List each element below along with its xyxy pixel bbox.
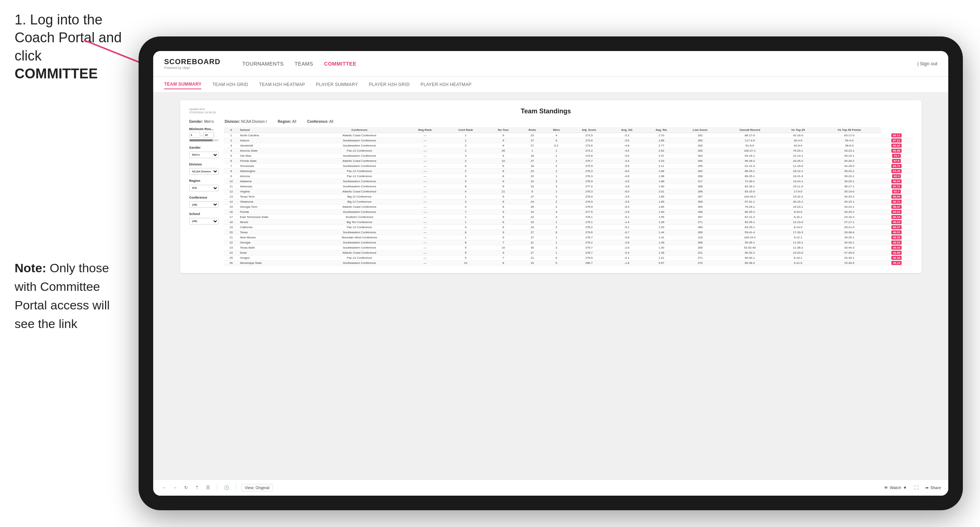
sign-out-link[interactable]: | Sign out xyxy=(917,61,937,66)
table-cell: 42.98 xyxy=(881,250,913,256)
table-cell: 30-15-1 xyxy=(778,199,818,205)
table-cell: 34-25-2 xyxy=(818,210,881,215)
table-cell: 0 xyxy=(544,260,568,266)
table-cell: 276.9 xyxy=(568,205,610,210)
table-cell: 2 xyxy=(544,205,568,210)
subnav-player-h2h-grid[interactable]: PLAYER H2H GRID xyxy=(369,80,410,89)
view-original-button[interactable]: View: Original xyxy=(242,484,273,491)
min-rounds-from-input[interactable] xyxy=(189,132,200,138)
table-cell: 2 xyxy=(544,194,568,199)
table-cell: North Carolina xyxy=(239,133,313,138)
table-row: 17East Tennessee StateSouthern Conferenc… xyxy=(224,215,913,220)
table-row: 19CaliforniaPac-12 Conference—48242278.2… xyxy=(224,225,913,230)
table-cell: 270 xyxy=(679,260,721,266)
table-cell: 33-44-3 xyxy=(818,245,881,250)
nav-committee[interactable]: COMMITTEE xyxy=(324,59,357,68)
division-filter-display: Division: NCAA Division I xyxy=(225,119,267,124)
content-body: Minimum Rou... - Gender xyxy=(189,127,913,266)
table-cell: 66-40-1 xyxy=(721,256,778,260)
nav-items: TOURNAMENTS TEAMS COMMITTEE xyxy=(242,59,903,68)
table-cell: 4 xyxy=(445,189,487,194)
table-cell: 4 xyxy=(445,225,487,230)
table-cell: Southeastern Conference xyxy=(313,143,406,148)
toolbar-share-icon[interactable]: ⇡ xyxy=(193,484,200,491)
table-cell: 21 xyxy=(520,256,544,260)
watch-button[interactable]: 👁 Watch ▼ xyxy=(884,486,907,490)
toolbar-forward-icon[interactable]: → xyxy=(172,484,179,491)
table-cell: — xyxy=(405,225,445,230)
table-cell: 22 xyxy=(224,240,239,245)
share-button[interactable]: ➦ Share xyxy=(925,486,941,490)
toolbar-bookmark-icon[interactable]: ☰ xyxy=(204,484,212,491)
table-cell: Ole Miss xyxy=(239,154,313,159)
table-cell: 6 xyxy=(487,220,520,225)
division-select[interactable]: NCAA Division I xyxy=(189,168,218,175)
toolbar-fullscreen-icon[interactable]: ⛶ xyxy=(913,484,920,491)
table-cell: 1 xyxy=(544,148,568,154)
table-cell: 91-6-0 xyxy=(721,143,778,148)
note-text: Note: Only those with Committee Portal a… xyxy=(14,259,124,333)
nav-teams[interactable]: TEAMS xyxy=(295,59,313,68)
table-cell: 62-25-1 xyxy=(721,220,778,225)
table-cell: New Mexico xyxy=(239,235,313,240)
table-cell: 27 xyxy=(520,138,544,143)
table-cell: 276.3 xyxy=(568,169,610,174)
view-original-label: View: Original xyxy=(245,486,269,490)
table-cell: 27-17-1 xyxy=(818,220,881,225)
logo-powered: Powered by clippi xyxy=(164,66,220,70)
toolbar-clock-icon[interactable]: 🕓 xyxy=(223,484,230,491)
table-cell: 273.6 xyxy=(568,138,610,143)
data-table-container: # School Conference Reg Rank Conf Rank N… xyxy=(224,127,913,266)
table-cell: 2.52 xyxy=(644,148,679,154)
table-cell: — xyxy=(405,235,445,240)
subnav-team-summary[interactable]: TEAM SUMMARY xyxy=(164,80,201,89)
table-cell: 9-12-1 xyxy=(778,235,818,240)
subnav-player-h2h-heatmap[interactable]: PLAYER H2H HEATMAP xyxy=(420,80,472,89)
table-cell: -3.5 xyxy=(610,194,644,199)
table-cell: Texas Tech xyxy=(239,194,313,199)
table-cell: 20 xyxy=(224,230,239,235)
table-cell: 60-39-2 xyxy=(721,260,778,266)
table-cell: 24 xyxy=(520,210,544,215)
table-cell: Vanderbilt xyxy=(239,143,313,148)
table-row: 1North CarolinaAtlantic Coast Conference… xyxy=(224,133,913,138)
subnav-team-h2h-heatmap[interactable]: TEAM H2H HEATMAP xyxy=(259,80,305,89)
subnav-player-summary[interactable]: PLAYER SUMMARY xyxy=(316,80,358,89)
table-cell: 6 xyxy=(544,138,568,143)
table-cell: 279.6 xyxy=(568,230,610,235)
table-cell: 79-25-1 xyxy=(778,148,818,154)
table-cell: 83-25-1 xyxy=(721,225,778,230)
table-cell: 6 xyxy=(487,154,520,159)
nav-tournaments[interactable]: TOURNAMENTS xyxy=(242,59,283,68)
table-cell: 269 xyxy=(679,230,721,235)
table-cell: 83-15-0 xyxy=(721,189,778,194)
table-cell: 2 xyxy=(544,199,568,205)
table-cell: 9 xyxy=(487,194,520,199)
table-cell: 29-25-1 xyxy=(818,235,881,240)
table-row: 7TennesseeSoutheastern Conference—461822… xyxy=(224,163,913,169)
table-cell: 58.71 xyxy=(881,199,913,205)
table-cell: 1.39 xyxy=(644,250,679,256)
toolbar-reload-icon[interactable]: ↻ xyxy=(182,484,190,491)
table-cell: Pac-12 Conference xyxy=(313,225,406,230)
table-cell: 262 xyxy=(679,133,721,138)
min-rounds-to-input[interactable] xyxy=(203,132,214,138)
table-cell: 5 xyxy=(224,154,239,159)
school-select[interactable]: (All) xyxy=(189,218,218,224)
table-cell: 262 xyxy=(679,154,721,159)
table-cell: 23 xyxy=(520,169,544,174)
toolbar-back-icon[interactable]: ← xyxy=(161,484,168,491)
table-cell: 27 xyxy=(520,143,544,148)
table-cell: 97-01-1 xyxy=(721,199,778,205)
subnav-team-h2h-grid[interactable]: TEAM H2H GRID xyxy=(212,80,248,89)
gender-select[interactable]: Men's xyxy=(189,152,218,158)
region-select[interactable]: N/A xyxy=(189,185,218,191)
table-cell: 8 xyxy=(487,205,520,210)
table-cell: Tennessee xyxy=(239,163,313,169)
table-cell: Big 12 Conference xyxy=(313,199,406,205)
range-slider[interactable] xyxy=(189,139,218,141)
table-cell: 6 xyxy=(520,189,544,194)
table-cell: 7 xyxy=(224,163,239,169)
table-cell: 1 xyxy=(544,169,568,174)
conference-select[interactable]: (All) xyxy=(189,201,218,208)
